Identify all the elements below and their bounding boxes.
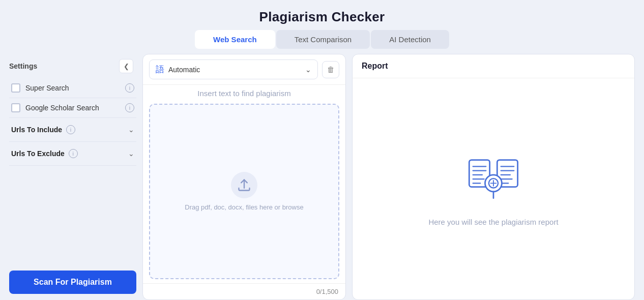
google-scholar-info-icon[interactable]: i — [125, 103, 134, 112]
insert-text-hint: Insert text to find plagiarism — [143, 85, 345, 100]
language-label: Automatic — [168, 66, 301, 74]
word-count: 0/1,500 — [143, 283, 345, 299]
urls-include-label: Urls To Include — [11, 126, 62, 134]
report-body: Here you will see the plagiarism report — [353, 78, 634, 299]
tabs-bar: Web Search Text Comparison AI Detection — [195, 30, 449, 49]
super-search-checkbox[interactable] — [11, 83, 20, 93]
main-layout: Settings ❮ Super Search i Google Scholar… — [9, 54, 635, 300]
settings-header: Settings ❮ — [9, 54, 136, 78]
report-panel: Report — [352, 54, 635, 300]
collapse-icon: ❮ — [124, 63, 129, 70]
trash-button[interactable]: 🗑 — [322, 61, 339, 78]
urls-exclude-accordion[interactable]: Urls To Exclude i ⌄ — [9, 142, 136, 166]
page-header: Plagiarism Checker — [0, 0, 644, 30]
super-search-label: Super Search — [25, 84, 120, 92]
urls-include-chevron-down-icon: ⌄ — [128, 126, 134, 134]
language-dropdown[interactable]: 語 Automatic ⌄ — [149, 59, 318, 79]
trash-icon: 🗑 — [327, 65, 335, 74]
super-search-row: Super Search i — [9, 78, 136, 98]
urls-include-accordion[interactable]: Urls To Include i ⌄ — [9, 118, 136, 142]
settings-label: Settings — [9, 62, 37, 70]
content-panel: 語 Automatic ⌄ 🗑 Insert text to find plag… — [142, 54, 346, 300]
file-dropzone[interactable]: Drag pdf, doc, docx, files here or brows… — [149, 104, 339, 279]
dropzone-label: Drag pdf, doc, docx, files here or brows… — [185, 203, 303, 211]
urls-include-info-icon[interactable]: i — [66, 125, 75, 134]
report-title: Report — [353, 54, 634, 78]
urls-exclude-info-icon[interactable]: i — [69, 149, 78, 158]
google-scholar-label: Google Scholar Search — [25, 104, 120, 112]
collapse-button[interactable]: ❮ — [119, 59, 133, 73]
upload-icon — [231, 172, 257, 198]
google-scholar-row: Google Scholar Search i — [9, 98, 136, 118]
lang-selector-bar: 語 Automatic ⌄ 🗑 — [143, 54, 345, 85]
super-search-info-icon[interactable]: i — [125, 83, 134, 93]
language-icon: 語 — [156, 64, 164, 75]
google-scholar-checkbox[interactable] — [11, 103, 20, 112]
urls-exclude-chevron-down-icon: ⌄ — [128, 149, 134, 158]
language-chevron-down-icon: ⌄ — [305, 66, 311, 74]
scan-for-plagiarism-button[interactable]: Scan For Plagiarism — [9, 271, 136, 294]
report-empty-text: Here you will see the plagiarism report — [428, 218, 558, 226]
tab-ai-detection[interactable]: AI Detection — [371, 30, 449, 49]
tab-text-comparison[interactable]: Text Comparison — [276, 30, 370, 49]
page-title: Plagiarism Checker — [0, 9, 644, 25]
report-illustration-icon — [465, 152, 521, 207]
sidebar: Settings ❮ Super Search i Google Scholar… — [9, 54, 136, 300]
tab-web-search[interactable]: Web Search — [195, 30, 275, 49]
urls-exclude-label: Urls To Exclude — [11, 149, 65, 158]
